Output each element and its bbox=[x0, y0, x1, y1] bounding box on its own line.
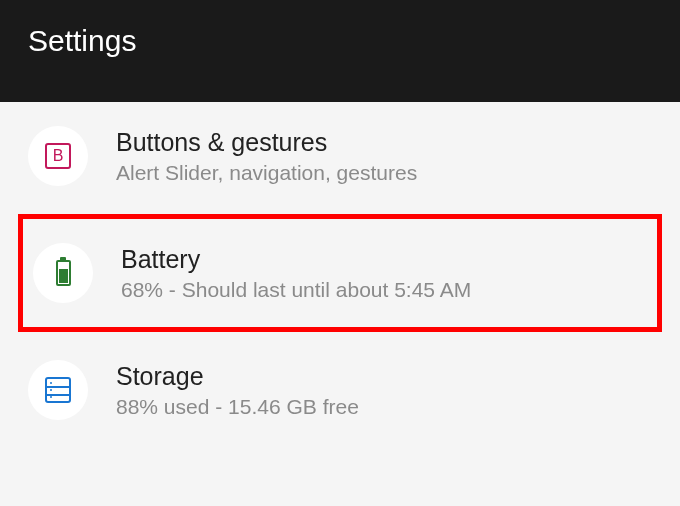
page-title: Settings bbox=[28, 24, 652, 58]
settings-item-battery[interactable]: Battery 68% - Should last until about 5:… bbox=[18, 214, 662, 332]
settings-list: B Buttons & gestures Alert Slider, navig… bbox=[0, 102, 680, 444]
icon-container bbox=[33, 243, 93, 303]
item-content: Battery 68% - Should last until about 5:… bbox=[121, 245, 647, 302]
icon-container bbox=[28, 360, 88, 420]
storage-dots bbox=[50, 379, 53, 401]
item-content: Storage 88% used - 15.46 GB free bbox=[116, 362, 652, 419]
item-title: Battery bbox=[121, 245, 647, 274]
buttons-gestures-icon: B bbox=[45, 143, 71, 169]
settings-header: Settings bbox=[0, 0, 680, 102]
storage-icon bbox=[45, 377, 71, 403]
settings-item-storage[interactable]: Storage 88% used - 15.46 GB free bbox=[0, 336, 680, 444]
battery-fill bbox=[59, 269, 68, 283]
battery-icon bbox=[56, 260, 71, 286]
item-subtitle: 68% - Should last until about 5:45 AM bbox=[121, 278, 647, 302]
icon-container: B bbox=[28, 126, 88, 186]
item-content: Buttons & gestures Alert Slider, navigat… bbox=[116, 128, 652, 185]
item-subtitle: 88% used - 15.46 GB free bbox=[116, 395, 652, 419]
item-title: Storage bbox=[116, 362, 652, 391]
item-title: Buttons & gestures bbox=[116, 128, 652, 157]
settings-item-buttons-gestures[interactable]: B Buttons & gestures Alert Slider, navig… bbox=[0, 102, 680, 210]
item-subtitle: Alert Slider, navigation, gestures bbox=[116, 161, 652, 185]
